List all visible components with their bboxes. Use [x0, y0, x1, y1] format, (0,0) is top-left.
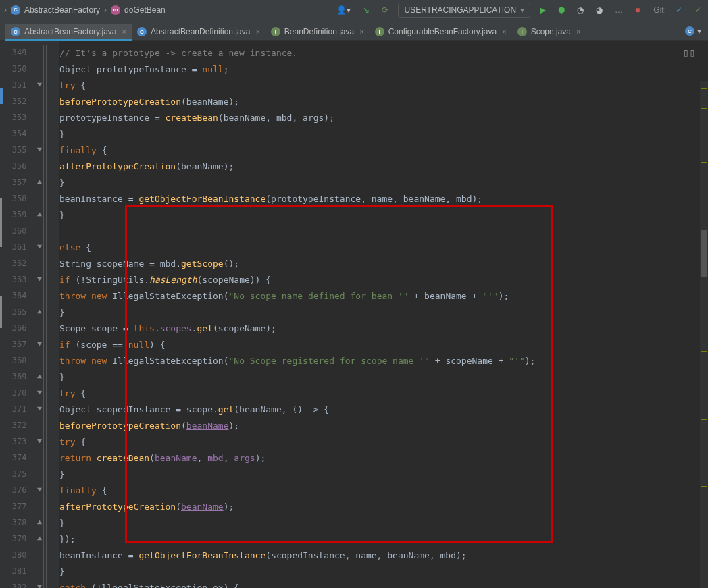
git-commit-icon[interactable]: ✓	[692, 5, 704, 15]
chevron-down-icon: ▾	[697, 26, 701, 36]
fold-icon[interactable]	[36, 276, 43, 282]
line-number: 370	[0, 388, 31, 398]
code-line: }	[59, 466, 708, 482]
attach-icon[interactable]: …	[612, 5, 626, 15]
profiler-icon[interactable]: ◕	[593, 5, 605, 15]
line-number: 355	[0, 145, 31, 155]
run-icon[interactable]: ▶	[537, 5, 549, 15]
gutter[interactable]: 349 350 351 352 353 354 355 356 357 358 …	[0, 41, 59, 588]
tab-beandefinition[interactable]: I BeanDefinition.java ×	[266, 24, 370, 40]
tab-abstractbeandefinition[interactable]: C AbstractBeanDefinition.java ×	[132, 24, 266, 40]
code-line: }	[59, 207, 708, 223]
reload-icon[interactable]: ⟳	[379, 5, 391, 15]
interface-icon: I	[375, 27, 384, 36]
line-number: 368	[0, 356, 31, 365]
stop-icon[interactable]: ■	[632, 5, 642, 15]
breadcrumb-method[interactable]: doGetBean	[124, 5, 166, 15]
tab-scope[interactable]: I Scope.java ×	[512, 24, 586, 40]
fold-up-icon[interactable]	[36, 211, 43, 217]
tab-label: AbstractBeanDefinition.java	[151, 27, 250, 36]
line-number: 372	[0, 421, 31, 430]
tab-label: Scope.java	[531, 27, 571, 36]
scroll-marker	[701, 162, 707, 163]
fold-up-icon[interactable]	[36, 309, 43, 315]
fold-icon[interactable]	[36, 244, 43, 250]
line-number: 360	[0, 226, 31, 236]
scroll-thumb[interactable]	[701, 230, 707, 277]
tab-label: AbstractBeanFactory.java	[24, 27, 117, 36]
code-line: beanInstance = getObjectForBeanInstance(…	[59, 190, 708, 207]
coverage-icon[interactable]: ◔	[574, 5, 586, 15]
run-configuration-dropdown[interactable]: USERTRACINGAPPLICATION ▾	[398, 3, 530, 18]
line-number: 371	[0, 404, 31, 414]
editor[interactable]: ▯▯ 349 350 351 352 353 354 355 356 357 3…	[0, 41, 708, 588]
chevron-down-icon: ▾	[520, 5, 524, 15]
code-area[interactable]: // It's a prototype -> create a new inst…	[59, 41, 708, 588]
user-icon[interactable]: 👤▾	[334, 5, 353, 15]
hammer-icon[interactable]: ↘	[360, 5, 372, 15]
editor-scrollbar[interactable]	[700, 81, 708, 588]
line-number: 354	[0, 129, 31, 138]
debug-icon[interactable]: ⬢	[555, 5, 567, 15]
code-line: return createBean(beanName, mbd, args);	[59, 450, 708, 466]
line-number: 369	[0, 372, 31, 381]
line-number: 362	[0, 259, 31, 268]
tab-configurablebeanfactory[interactable]: I ConfigurableBeanFactory.java ×	[370, 24, 512, 40]
class-icon: C	[11, 5, 20, 15]
close-icon[interactable]: ×	[255, 28, 259, 36]
tab-abstractbeanfactory[interactable]: C AbstractBeanFactory.java ×	[5, 24, 132, 40]
code-line: if (scope == null) {	[59, 336, 708, 352]
close-icon[interactable]: ×	[502, 28, 506, 36]
code-line: throw new IllegalStateException("No scop…	[59, 288, 708, 304]
fold-icon[interactable]	[36, 438, 43, 444]
line-number: 350	[0, 64, 31, 74]
code-line: Object scopedInstance = scope.get(beanNa…	[59, 401, 708, 417]
code-line	[59, 223, 708, 239]
line-number: 382	[0, 583, 31, 588]
code-line: finally {	[59, 482, 708, 498]
line-number: 375	[0, 469, 31, 479]
git-update-icon[interactable]: ✓	[673, 5, 685, 15]
code-line: }	[59, 304, 708, 320]
breadcrumb-class[interactable]: AbstractBeanFactory	[24, 5, 100, 15]
close-icon[interactable]: ×	[576, 28, 580, 36]
code-line: throw new IllegalStateException("No Scop…	[59, 352, 708, 369]
close-icon[interactable]: ×	[359, 28, 363, 36]
line-number: 376	[0, 485, 31, 495]
fold-up-icon[interactable]	[36, 179, 43, 185]
fold-up-icon[interactable]	[36, 535, 43, 541]
scroll-marker	[701, 351, 707, 352]
navigation-toolbar: › C AbstractBeanFactory › m doGetBean 👤▾…	[0, 0, 708, 20]
line-number: 358	[0, 194, 31, 203]
code-line: try {	[59, 385, 708, 401]
fold-up-icon[interactable]	[36, 519, 43, 525]
fold-up-icon[interactable]	[36, 373, 43, 379]
fold-icon[interactable]	[36, 82, 43, 88]
fold-icon[interactable]	[36, 146, 43, 153]
interface-icon: I	[517, 27, 527, 36]
line-number: 374	[0, 453, 31, 462]
code-line: }	[59, 126, 708, 142]
more-tabs-button[interactable]: C ▾	[678, 22, 708, 40]
fold-icon[interactable]	[36, 406, 43, 412]
tab-label: ConfigurableBeanFactory.java	[388, 27, 497, 36]
line-number: 361	[0, 242, 31, 252]
code-line: afterPrototypeCreation(beanName);	[59, 498, 708, 514]
class-icon: C	[685, 26, 694, 36]
fold-icon[interactable]	[36, 341, 43, 347]
code-line: });	[59, 531, 708, 547]
breadcrumb: › C AbstractBeanFactory › m doGetBean	[4, 5, 166, 15]
line-number: 349	[0, 48, 31, 57]
tab-label: BeanDefinition.java	[284, 27, 354, 36]
close-icon[interactable]: ×	[122, 28, 126, 36]
code-line: else {	[59, 239, 708, 255]
code-line: finally {	[59, 142, 708, 158]
fold-icon[interactable]	[36, 487, 43, 493]
interface-icon: I	[271, 27, 280, 36]
fold-icon[interactable]	[36, 390, 43, 396]
run-config-label: USERTRACINGAPPLICATION	[404, 5, 516, 15]
code-line: try {	[59, 433, 708, 450]
class-icon: C	[11, 27, 20, 36]
fold-icon[interactable]	[36, 584, 43, 588]
git-label: Git:	[653, 5, 666, 15]
